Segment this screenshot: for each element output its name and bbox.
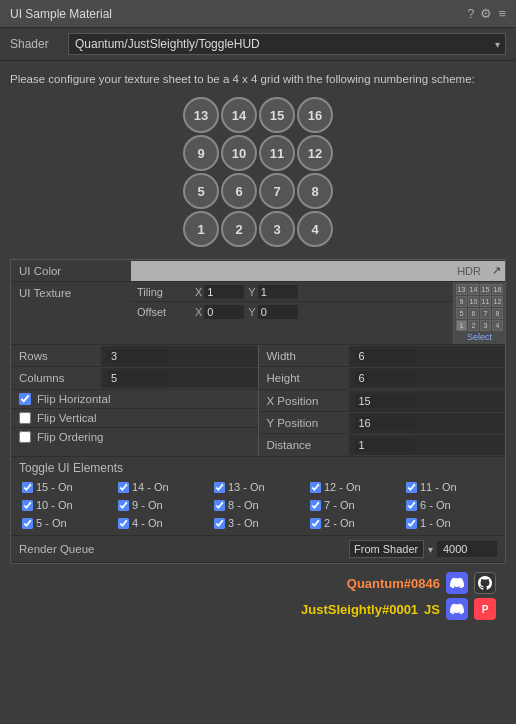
toggle-item-8: 7 - On — [307, 497, 401, 513]
user2-patreon-icon[interactable]: P — [474, 598, 496, 620]
render-queue-value[interactable] — [437, 541, 497, 557]
user1-github-icon[interactable] — [474, 572, 496, 594]
toggle-checkbox-2[interactable] — [214, 482, 225, 493]
tiling-y-input[interactable] — [258, 285, 298, 299]
help-icon[interactable]: ? — [467, 6, 474, 21]
toggle-checkbox-4[interactable] — [406, 482, 417, 493]
toggle-checkbox-3[interactable] — [310, 482, 321, 493]
width-value[interactable] — [349, 346, 506, 366]
columns-input[interactable] — [107, 371, 167, 385]
toggle-item-1: 14 - On — [115, 479, 209, 495]
shader-select[interactable]: Quantum/JustSleightly/ToggleHUD — [68, 33, 506, 55]
offset-x-label: X — [195, 306, 202, 318]
tiling-row: Tiling X Y — [131, 282, 453, 302]
columns-value[interactable] — [101, 368, 258, 388]
height-value[interactable] — [349, 368, 506, 388]
grid-cell-13: 13 — [183, 97, 219, 133]
toggle-item-14: 1 - On — [403, 515, 497, 531]
texture-thumbnail[interactable]: 13 14 15 16 9 10 11 12 5 6 7 8 1 2 3 4 — [453, 282, 505, 344]
toggle-item-9: 6 - On — [403, 497, 497, 513]
grid-row: 5678 — [183, 173, 333, 209]
ui-texture-label: UI Texture — [11, 282, 131, 302]
shader-label: Shader — [10, 37, 60, 51]
user2-row: JustSleightly#0001 JS P — [301, 598, 496, 620]
flip-horizontal-row: Flip Horizontal — [11, 390, 258, 409]
toggle-label-2: 13 - On — [228, 481, 265, 493]
offset-values: X Y — [191, 303, 453, 321]
toggle-checkbox-11[interactable] — [118, 518, 129, 529]
user1-discord-icon[interactable] — [446, 572, 468, 594]
toggle-checkbox-9[interactable] — [406, 500, 417, 511]
rows-label: Rows — [11, 348, 101, 364]
grid-cell-7: 7 — [259, 173, 295, 209]
thumb-9: 9 — [456, 296, 467, 307]
grid-cell-2: 2 — [221, 211, 257, 247]
height-input[interactable] — [355, 371, 415, 385]
tiling-label: Tiling — [131, 284, 191, 300]
toggle-item-4: 11 - On — [403, 479, 497, 495]
instructions-text: Please configure your texture sheet to b… — [10, 71, 506, 87]
toggle-label-13: 2 - On — [324, 517, 355, 529]
width-input[interactable] — [355, 349, 415, 363]
flip-horizontal-checkbox[interactable] — [19, 393, 31, 405]
overflow-icon[interactable]: ≡ — [498, 6, 506, 21]
number-grid: 13141516910111256781234 — [10, 97, 506, 247]
toggle-checkbox-13[interactable] — [310, 518, 321, 529]
rows-value[interactable] — [101, 346, 258, 366]
toggle-checkbox-10[interactable] — [22, 518, 33, 529]
height-label: Height — [259, 370, 349, 386]
user2-discord-icon[interactable] — [446, 598, 468, 620]
ui-color-value[interactable]: HDR ↗ — [131, 261, 505, 281]
grid-cell-1: 1 — [183, 211, 219, 247]
thumb-3: 3 — [480, 320, 491, 331]
toggle-header: Toggle UI Elements — [19, 461, 497, 475]
columns-row: Columns — [11, 367, 258, 389]
yposition-input[interactable] — [355, 416, 415, 430]
tiling-x-input[interactable] — [204, 285, 244, 299]
toggle-label-0: 15 - On — [36, 481, 73, 493]
grid-cell-5: 5 — [183, 173, 219, 209]
render-queue-select[interactable]: From Shader — [349, 540, 424, 558]
toggle-item-13: 2 - On — [307, 515, 401, 531]
thumb-6: 6 — [468, 308, 479, 319]
toggle-checkbox-6[interactable] — [118, 500, 129, 511]
hdr-icon[interactable]: ↗ — [492, 264, 501, 277]
flip-vertical-checkbox[interactable] — [19, 412, 31, 424]
offset-x-input[interactable] — [204, 305, 244, 319]
toggle-checkbox-7[interactable] — [214, 500, 225, 511]
render-queue-label: Render Queue — [19, 543, 341, 555]
thumb-15: 15 — [480, 284, 491, 295]
distance-value[interactable] — [349, 435, 506, 455]
xposition-value[interactable] — [349, 391, 506, 411]
toggle-checkbox-5[interactable] — [22, 500, 33, 511]
grid-cell-16: 16 — [297, 97, 333, 133]
toggle-checkbox-8[interactable] — [310, 500, 321, 511]
toggle-checkbox-0[interactable] — [22, 482, 33, 493]
rows-input[interactable] — [107, 349, 167, 363]
thumb-13: 13 — [456, 284, 467, 295]
toggle-grid: 15 - On14 - On13 - On12 - On11 - On10 - … — [19, 479, 497, 531]
yposition-value[interactable] — [349, 413, 506, 433]
grid-cell-6: 6 — [221, 173, 257, 209]
toggle-item-11: 4 - On — [115, 515, 209, 531]
toggle-checkbox-12[interactable] — [214, 518, 225, 529]
columns-label: Columns — [11, 370, 101, 386]
xposition-input[interactable] — [355, 394, 415, 408]
main-content: Please configure your texture sheet to b… — [0, 61, 516, 634]
hdr-label: HDR — [457, 265, 481, 277]
select-button[interactable]: Select — [467, 332, 492, 342]
thumb-16: 16 — [492, 284, 503, 295]
offset-y-input[interactable] — [258, 305, 298, 319]
toggle-item-10: 5 - On — [19, 515, 113, 531]
thumb-2: 2 — [468, 320, 479, 331]
toggle-checkbox-1[interactable] — [118, 482, 129, 493]
render-queue-row: Render Queue From Shader ▾ — [11, 536, 505, 563]
toggle-checkbox-14[interactable] — [406, 518, 417, 529]
settings-icon[interactable]: ⚙ — [480, 6, 492, 21]
distance-input[interactable] — [355, 438, 415, 452]
flip-vertical-row: Flip Vertical — [11, 409, 258, 428]
toggle-section: Toggle UI Elements 15 - On14 - On13 - On… — [11, 457, 505, 536]
flip-ordering-checkbox[interactable] — [19, 431, 31, 443]
tiling-values: X Y — [191, 283, 453, 301]
flip-position-section: Flip Horizontal Flip Vertical Flip Order… — [11, 390, 505, 457]
